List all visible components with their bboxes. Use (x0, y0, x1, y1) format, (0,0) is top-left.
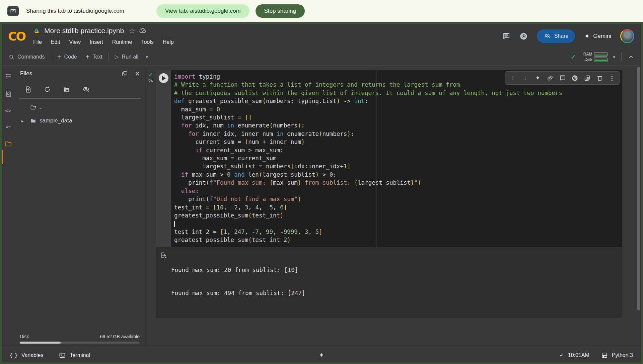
gemini-label: Gemini (593, 33, 611, 39)
run-all-label: Run all (122, 54, 138, 60)
commands-label: Commands (17, 54, 45, 60)
hide-hidden-files-icon[interactable] (82, 86, 90, 93)
menu-file[interactable]: File (33, 39, 42, 45)
refresh-icon[interactable] (44, 86, 51, 93)
vertical-scrollbar[interactable] (637, 67, 640, 310)
plus-icon: + (86, 54, 90, 60)
menu-edit[interactable]: Edit (51, 39, 60, 45)
output-icon[interactable] (156, 251, 171, 312)
star-icon[interactable]: ☆ (128, 27, 136, 35)
comments-icon[interactable] (502, 32, 510, 40)
open-folder-icon (29, 104, 40, 111)
move-cell-down-icon[interactable]: ↓ (519, 72, 531, 84)
share-button-label: Share (554, 33, 569, 39)
kernel-selector[interactable]: Python 3 (601, 352, 633, 359)
colab-logo[interactable]: CO (8, 29, 33, 43)
notebook-toolbar: Commands + Code + Text ▷ Run all ▾ ✓ RAM (2, 49, 641, 66)
resources-dropdown-caret[interactable]: ▾ (613, 55, 615, 60)
settings-gear-icon[interactable] (519, 32, 528, 40)
delete-cell-icon[interactable] (593, 72, 606, 84)
run-cell-button[interactable] (159, 73, 168, 83)
run-all-dropdown-caret[interactable]: ▾ (146, 55, 148, 60)
drive-icon (33, 28, 40, 34)
close-panel-icon[interactable]: × (135, 69, 140, 78)
more-cell-actions-icon[interactable]: ⋮ (606, 72, 618, 84)
open-in-tab-icon[interactable] (581, 72, 593, 84)
notebook-title[interactable]: More stdlib practice.ipynb (43, 27, 125, 35)
cloud-saved-icon (139, 27, 147, 34)
cell-success-check-icon: ✓ (148, 72, 153, 78)
output-line: Found max sum: 494 from sublist: [247] (171, 289, 305, 297)
files-folder-icon[interactable] (4, 140, 12, 148)
run-all-button[interactable]: ▷ Run all (115, 54, 138, 60)
resource-meters[interactable]: RAM Disk (583, 52, 608, 62)
screen-share-icon (7, 6, 19, 16)
menu-tools[interactable]: Tools (141, 39, 153, 45)
runtime-server-icon (601, 352, 608, 359)
move-cell-up-icon[interactable]: ↑ (507, 72, 519, 84)
open-in-new-tab-icon[interactable] (121, 70, 128, 77)
gemini-spark-icon[interactable]: ✦ (319, 351, 324, 359)
divider (19, 98, 141, 99)
secrets-key-icon[interactable] (4, 123, 12, 130)
add-comment-icon[interactable] (556, 72, 569, 84)
header: CO More stdlib practice.ipynb ☆ File (2, 24, 641, 49)
variables-button[interactable]: { } Variables (10, 352, 43, 359)
view-tab-button[interactable]: View tab: aistudio.google.com (156, 4, 249, 18)
copy-link-icon[interactable] (544, 72, 556, 84)
mount-drive-icon[interactable] (63, 86, 70, 93)
output-line: Found max sum: 20 from sublist: [10] (171, 266, 305, 274)
gemini-button[interactable]: ✦ Gemini (584, 32, 611, 40)
colab-window: CO More stdlib practice.ipynb ☆ File (2, 24, 641, 362)
gemini-spark-icon[interactable]: ✦ (531, 72, 544, 84)
code-editor[interactable]: import typing# Write a function that tak… (171, 70, 622, 247)
ram-meter (594, 52, 608, 57)
terminal-icon (59, 352, 66, 359)
sharing-message: Sharing this tab to aistudio.google.com (26, 8, 124, 14)
add-text-button[interactable]: + Text (86, 54, 102, 60)
upload-file-icon[interactable] (25, 86, 32, 93)
braces-icon: { } (10, 352, 18, 358)
kernel-label: Python 3 (612, 352, 633, 358)
add-text-label: Text (92, 54, 102, 60)
code-snippets-icon[interactable]: <> (5, 108, 12, 113)
commands-button[interactable]: Commands (9, 54, 45, 60)
menubar: File Edit View Insert Runtime Tools Help (33, 37, 174, 48)
menu-insert[interactable]: Insert (90, 39, 103, 45)
file-tree-item-parent[interactable]: .. (15, 101, 145, 114)
add-code-button[interactable]: + Code (57, 54, 77, 60)
collapse-toolbar-icon[interactable] (628, 54, 634, 60)
saved-check-icon: ✓ (559, 352, 564, 358)
gemini-spark-icon: ✦ (584, 32, 590, 40)
variables-label: Variables (21, 352, 44, 358)
expand-arrow-icon[interactable]: ▸ (21, 118, 29, 123)
stop-sharing-button[interactable]: Stop sharing (256, 4, 305, 18)
file-tree-item-sample-data[interactable]: ▸ sample_data (15, 114, 145, 127)
cell-settings-gear-icon[interactable] (569, 72, 581, 84)
cell-gutter (156, 70, 171, 247)
disk-label: Disk (584, 57, 592, 62)
menu-runtime[interactable]: Runtime (112, 39, 132, 45)
disk-available-value: 69.52 GB available (100, 334, 140, 339)
cell-exec-time: 0s (148, 78, 153, 83)
folder-icon (29, 118, 40, 124)
left-sidebar-iconstrip: <> (2, 66, 15, 348)
find-in-notebook-icon[interactable] (5, 90, 12, 98)
plus-icon: + (57, 54, 61, 60)
share-button[interactable]: Share (537, 29, 575, 43)
cell-output: Found max sum: 20 from sublist: [10] Fou… (156, 247, 622, 318)
terminal-button[interactable]: Terminal (59, 352, 90, 359)
avatar[interactable] (620, 29, 634, 43)
notebook-area: ✓ 0s import typing# Write a function tha… (145, 66, 641, 348)
code-cell: ✓ 0s import typing# Write a function tha… (146, 70, 622, 247)
disk-usage-label: Disk (20, 334, 29, 339)
menu-view[interactable]: View (69, 39, 80, 45)
disk-meter (594, 58, 608, 62)
file-item-label: sample_data (40, 117, 72, 124)
menu-help[interactable]: Help (163, 39, 174, 45)
files-panel: Files × (15, 66, 145, 348)
file-item-label: .. (40, 104, 43, 111)
disk-usage-bar (20, 342, 140, 344)
table-of-contents-icon[interactable] (5, 73, 12, 80)
tab-sharing-bar: Sharing this tab to aistudio.google.com … (0, 0, 643, 22)
